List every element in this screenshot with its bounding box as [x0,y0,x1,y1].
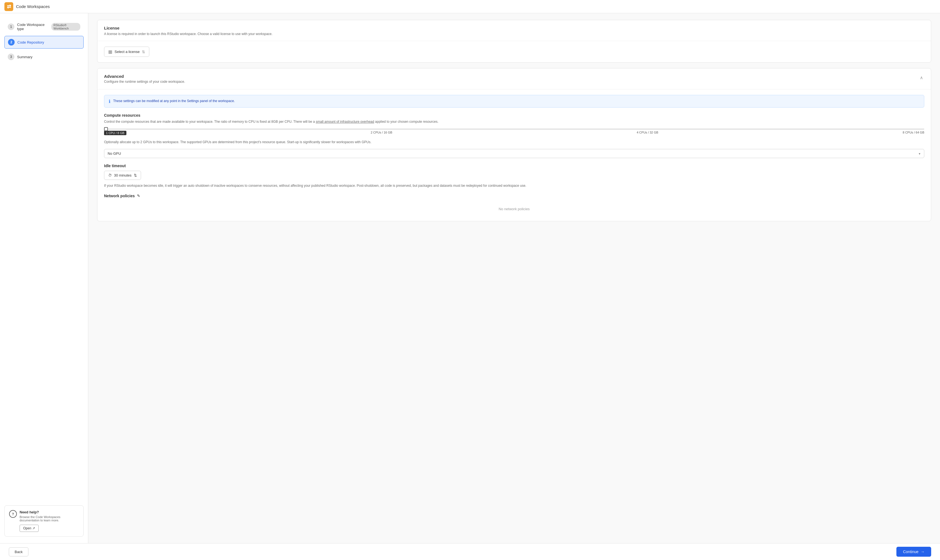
idle-title: Idle timeout [104,164,924,168]
compute-desc: Control the compute resources that are m… [104,119,924,124]
network-label: Network policies ✎ [104,194,924,198]
step-3[interactable]: 3 Summary [5,51,84,63]
timeout-value: 30 minutes [114,173,132,177]
timeout-desc: If your RStudio workspace becomes idle, … [104,183,924,188]
logo-icon: ⇄ [7,4,11,10]
advanced-title: Advanced [104,74,185,78]
no-network-policies: No network policies [104,203,924,215]
slider-thumb[interactable] [104,127,108,131]
compute-title: Compute resources [104,113,924,117]
help-title: Need help? [20,510,79,514]
continue-button[interactable]: Continue → [896,547,931,557]
slider-labels: 1 CPU / 8 GB 2 CPUs / 16 GB 4 CPUs / 32 … [104,131,924,135]
compute-section: Compute resources Control the compute re… [104,113,924,158]
timeout-select-button[interactable]: ⏱ 30 minutes ⇅ [104,171,141,180]
license-icon: ▦ [108,49,112,54]
slider-track[interactable] [104,129,924,130]
license-title: License [104,26,924,30]
help-desc: Browse the Code Workspaces documentation… [20,515,79,522]
slider-label-0: 1 CPU / 8 GB [104,131,126,135]
advanced-header: Advanced Configure the runtime settings … [97,68,931,89]
external-link-icon: ↗ [32,526,35,530]
step-2-label: Code Repository [17,40,44,45]
network-policies-section: Network policies ✎ No network policies [104,194,924,215]
info-text: These settings can be modified at any po… [113,98,235,103]
idle-timeout-section: Idle timeout ⏱ 30 minutes ⇅ If your RStu… [104,164,924,188]
step-3-number: 3 [8,54,14,60]
step-1-badge: RStudio® Workbench [51,23,80,31]
content-area: License A license is required in order t… [88,13,940,543]
step-2[interactable]: 2 Code Repository [5,36,84,49]
collapse-button[interactable]: ∧ [919,74,924,82]
license-card-body: ▦ Select a license ⇅ [97,41,931,62]
help-box: ? Need help? Browse the Code Workspaces … [5,505,84,537]
help-text: Need help? Browse the Code Workspaces do… [20,510,79,532]
help-icon: ? [9,510,17,518]
timeout-arrows-icon: ⇅ [134,173,137,177]
slider-label-1: 2 CPUs / 16 GB [371,131,392,135]
cpu-slider-container[interactable]: 1 CPU / 8 GB 2 CPUs / 16 GB 4 CPUs / 32 … [104,129,924,135]
slider-label-2: 4 CPUs / 32 GB [637,131,658,135]
gpu-dropdown-wrap[interactable]: No GPU 1 GPU 2 GPUs [104,149,924,158]
gpu-dropdown[interactable]: No GPU 1 GPU 2 GPUs [104,149,924,158]
slider-label-3: 8 CPUs / 64 GB [903,131,924,135]
step-2-number: 2 [8,39,15,46]
edit-network-icon[interactable]: ✎ [137,194,140,198]
license-desc: A license is required in order to launch… [104,31,924,36]
advanced-body: ℹ These settings can be modified at any … [97,89,931,221]
advanced-card: Advanced Configure the runtime settings … [97,68,931,221]
advanced-desc: Configure the runtime settings of your c… [104,80,185,84]
app-title: Code Workspaces [16,4,50,9]
license-select-button[interactable]: ▦ Select a license ⇅ [104,47,149,57]
info-icon: ℹ [109,99,110,104]
continue-label: Continue [903,549,918,554]
step-3-label: Summary [17,55,32,59]
clock-icon: ⏱ [108,173,112,177]
main-layout: 1 Code Workspace type RStudio® Workbench… [0,13,940,543]
back-button[interactable]: Back [9,547,28,556]
license-card: License A license is required in order t… [97,20,931,63]
overhead-link[interactable]: small amount of infrastructure overhead [316,120,374,124]
license-arrows-icon: ⇅ [142,50,145,54]
app-logo: ⇄ [5,2,13,11]
app-header: ⇄ Code Workspaces [0,0,940,13]
step-1[interactable]: 1 Code Workspace type RStudio® Workbench [5,20,84,34]
license-select-label: Select a license [114,50,140,54]
step-1-label: Code Workspace type [17,23,47,31]
sidebar-steps: 1 Code Workspace type RStudio® Workbench… [5,20,84,63]
sidebar: 1 Code Workspace type RStudio® Workbench… [0,13,88,543]
footer: Back Continue → [0,543,940,560]
license-card-header: License A license is required in order t… [97,20,931,41]
help-open-button[interactable]: Open ↗ [20,525,39,532]
info-banner: ℹ These settings can be modified at any … [104,95,924,108]
gpu-desc: Optionally allocate up to 2 GPUs to this… [104,140,924,145]
continue-arrow-icon: → [921,549,925,554]
step-1-number: 1 [8,23,14,30]
